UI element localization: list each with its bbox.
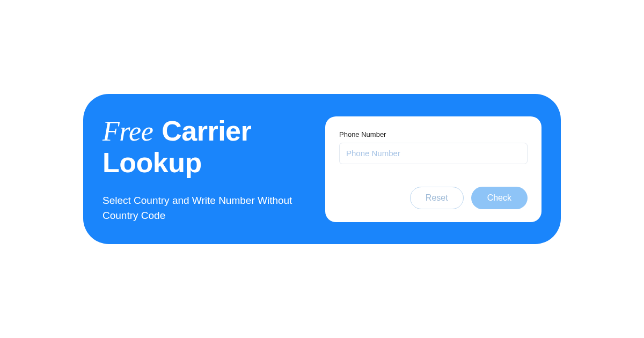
check-button[interactable]: Check — [471, 187, 528, 209]
lookup-form-panel: Phone Number Reset Check — [325, 116, 541, 222]
reset-button[interactable]: Reset — [410, 187, 464, 209]
page-subtitle: Select Country and Write Number Without … — [103, 193, 314, 223]
phone-number-input[interactable] — [339, 143, 528, 164]
lookup-card: Free Carrier Lookup Select Country and W… — [83, 94, 561, 245]
page-title: Free Carrier Lookup — [103, 115, 314, 178]
title-prefix: Free — [103, 116, 153, 146]
phone-number-label: Phone Number — [339, 130, 528, 138]
form-button-row: Reset Check — [339, 187, 528, 209]
card-left-content: Free Carrier Lookup Select Country and W… — [103, 115, 314, 223]
